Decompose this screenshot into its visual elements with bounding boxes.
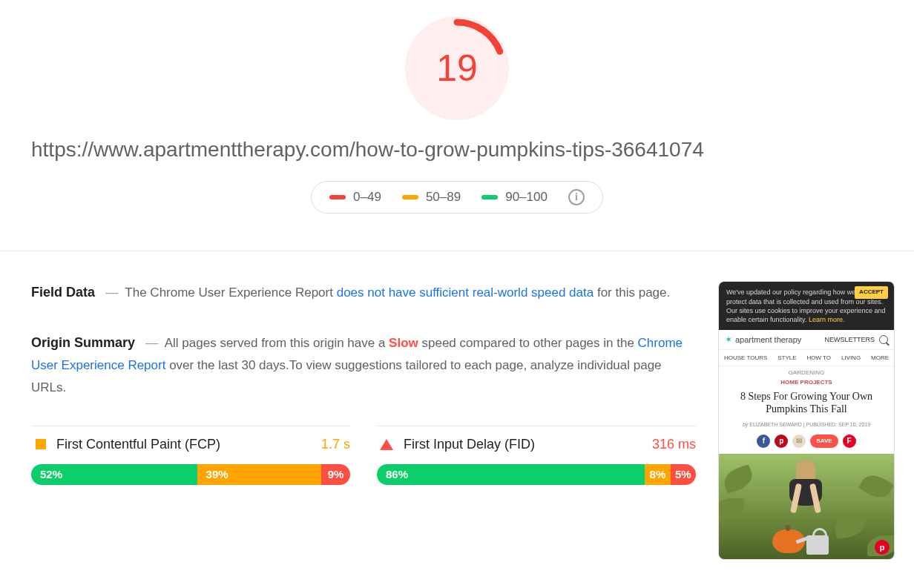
- search-icon: [879, 335, 888, 344]
- legend-pass-label: 90–100: [505, 190, 548, 205]
- preview-logo-icon: ✶: [725, 334, 732, 345]
- legend-average-label: 50–89: [426, 190, 461, 205]
- square-icon: [36, 439, 46, 449]
- preview-learn-more: Learn more.: [809, 316, 845, 323]
- origin-speed-label: Slow: [389, 336, 418, 350]
- fid-distribution-bar: 86% 8% 5%: [377, 464, 696, 485]
- metric-fcp[interactable]: First Contentful Paint (FCP) 1.7 s 52% 3…: [31, 426, 350, 485]
- audited-url: https://www.apartmenttherapy.com/how-to-…: [0, 120, 914, 163]
- preview-accept-button: ACCEPT: [855, 286, 888, 299]
- pinterest-float-icon: p: [875, 540, 890, 555]
- fcp-avg-segment: 39%: [197, 464, 322, 485]
- preview-nav: HOUSE TOURS STYLE HOW TO LIVING MORE: [719, 350, 894, 366]
- preview-newsletters: NEWSLETTERS: [824, 336, 875, 343]
- facebook-icon: f: [757, 435, 770, 448]
- mail-icon: ✉: [792, 435, 806, 448]
- legend-fail-icon: [329, 195, 346, 199]
- preview-brand: ✶apartment therapy: [725, 334, 801, 345]
- legend-average-icon: [402, 195, 418, 199]
- origin-text-b: speed compared to other pages in the: [418, 336, 638, 350]
- fcp-distribution-bar: 52% 39% 9%: [31, 464, 350, 485]
- fcp-good-segment: 52%: [31, 464, 197, 485]
- fcp-label: First Contentful Paint (FCP): [56, 437, 311, 452]
- field-data-link[interactable]: does not have sufficient real-world spee…: [337, 285, 594, 300]
- origin-text-a: All pages served from this origin have a: [165, 336, 389, 350]
- score-legend: 0–49 50–89 90–100 i: [311, 181, 603, 214]
- field-data-text-prefix: The Chrome User Experience Report: [125, 285, 336, 300]
- field-data-heading: Field Data: [31, 285, 95, 300]
- fid-label: First Input Delay (FID): [404, 437, 642, 452]
- info-icon[interactable]: i: [568, 189, 585, 205]
- preview-category: HOME PROJECTS: [719, 376, 894, 389]
- fid-poor-segment: 5%: [671, 464, 696, 485]
- origin-summary-section: Origin Summary — All pages served from t…: [31, 331, 696, 399]
- legend-fail-label: 0–49: [353, 190, 381, 205]
- fid-avg-segment: 8%: [645, 464, 670, 485]
- save-button-icon: SAVE: [810, 435, 838, 448]
- origin-summary-heading: Origin Summary: [31, 335, 135, 350]
- fid-good-segment: 86%: [377, 464, 645, 485]
- triangle-icon: [380, 439, 393, 450]
- fcp-poor-segment: 9%: [321, 464, 350, 485]
- preview-byline: by ELIZABETH SEWARD | PUBLISHED: SEP 10,…: [719, 417, 894, 432]
- pinterest-icon: p: [775, 435, 788, 448]
- field-data-text-suffix: for this page.: [594, 285, 670, 300]
- page-screenshot-preview: ACCEPT We've updated our policy regardin…: [718, 281, 895, 560]
- legend-pass-icon: [481, 195, 498, 199]
- preview-subcategory: GARDENING: [719, 366, 894, 376]
- fid-value: 316 ms: [652, 437, 696, 452]
- field-data-section: Field Data — The Chrome User Experience …: [31, 281, 696, 305]
- preview-social-row: f p ✉ SAVE F: [719, 432, 894, 454]
- performance-score: 19: [405, 16, 509, 120]
- preview-hero-image: p: [719, 454, 894, 559]
- performance-gauge: 19: [405, 16, 509, 120]
- preview-article-title: 8 Steps For Growing Your Own Pumpkins Th…: [719, 389, 894, 417]
- flipboard-icon: F: [843, 435, 856, 448]
- preview-cookie-banner: ACCEPT We've updated our policy regardin…: [719, 282, 894, 330]
- metric-fid[interactable]: First Input Delay (FID) 316 ms 86% 8% 5%: [377, 426, 696, 485]
- fcp-value: 1.7 s: [321, 437, 350, 452]
